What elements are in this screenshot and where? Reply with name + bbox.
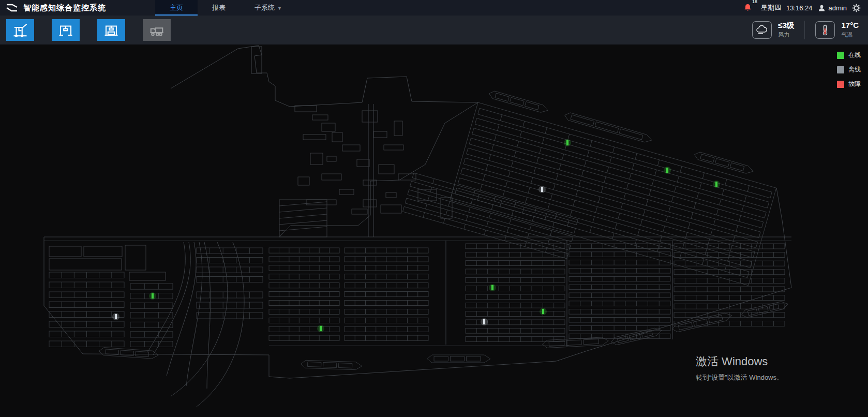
wind-cloud-icon [752, 21, 772, 39]
main-nav: 主页 报表 子系统 ▼ [155, 0, 296, 16]
online-swatch [837, 52, 844, 59]
equipment-button-quay-crane[interactable] [6, 19, 34, 41]
legend-item-online: 在线 [837, 51, 861, 59]
port-map-area: 在线 离线 故障 激活 Windows 转到“设置”以激活 Windows。 [0, 44, 868, 417]
ship [671, 311, 732, 333]
tab-subsystem-label: 子系统 [255, 3, 275, 12]
device-marker-online[interactable] [317, 325, 324, 332]
topbar-right: 18 星期四 13:16:24 admin [744, 3, 868, 13]
tab-home[interactable]: 主页 [155, 0, 198, 16]
app-logo-icon [5, 3, 19, 13]
tab-reports-label: 报表 [212, 3, 226, 12]
wind-label: 风力 [778, 31, 795, 39]
container-yards [49, 244, 785, 347]
temperature-label: 气温 [841, 31, 859, 39]
equipment-button-container-truck[interactable] [143, 19, 171, 41]
online-label: 在线 [848, 51, 861, 59]
wharf-berths-inner [403, 173, 578, 259]
device-marker-offline[interactable] [538, 186, 546, 193]
chevron-down-icon: ▼ [277, 6, 282, 11]
ship [301, 360, 362, 370]
clock: 13:16:24 [786, 4, 813, 12]
offline-swatch [837, 66, 844, 73]
topbar: 智能感知综合监控系统 主页 报表 子系统 ▼ 18 星期四 [0, 0, 868, 16]
ship [564, 111, 653, 144]
thermometer-icon [815, 21, 835, 39]
device-marker-online[interactable] [149, 292, 156, 300]
wharf-berths [450, 87, 781, 286]
user-menu[interactable]: admin [818, 4, 847, 12]
stockpile-hatch [279, 200, 327, 237]
ship [427, 355, 490, 363]
device-marker-online[interactable] [540, 308, 547, 315]
gantry-crane-icon [57, 22, 74, 38]
port-map[interactable] [0, 44, 868, 417]
ships-south [99, 300, 789, 370]
quay-crane-icon [11, 22, 29, 38]
device-marker-offline[interactable] [112, 313, 119, 320]
notification-count: 18 [752, 0, 757, 4]
weekday-label: 星期四 [761, 3, 781, 12]
equipment-button-gantry-crane[interactable] [52, 19, 80, 41]
rail-crane-icon [102, 22, 120, 38]
device-marker-online[interactable] [489, 284, 496, 291]
tab-subsystem[interactable]: 子系统 ▼ [240, 0, 296, 16]
divider [804, 21, 805, 39]
legend-item-fault: 故障 [837, 80, 861, 88]
buildings [49, 106, 452, 280]
app-title: 智能感知综合监控系统 [23, 3, 106, 13]
device-marker-online[interactable] [564, 139, 571, 146]
user-icon [818, 4, 826, 12]
ships-north [487, 90, 755, 175]
ship [693, 151, 754, 175]
offline-label: 离线 [848, 65, 861, 74]
settings-gear-icon[interactable] [852, 4, 861, 12]
username: admin [829, 4, 847, 12]
temperature-readout: 17°C 气温 [841, 21, 859, 39]
status-legend: 在线 离线 故障 [837, 51, 861, 88]
container-truck-icon [148, 22, 166, 38]
wind-value: ≤3级 [778, 21, 795, 30]
legend-item-offline: 离线 [837, 65, 861, 74]
weather-panel: ≤3级 风力 17°C 气温 [752, 21, 863, 39]
app-root: 智能感知综合监控系统 主页 报表 子系统 ▼ 18 星期四 [0, 0, 868, 417]
tab-reports[interactable]: 报表 [198, 0, 240, 16]
notification-bell-icon[interactable]: 18 [744, 3, 752, 13]
device-marker-offline[interactable] [481, 318, 488, 325]
brand: 智能感知综合监控系统 [0, 3, 106, 13]
temperature-value: 17°C [841, 21, 859, 30]
ship [741, 300, 789, 318]
equipment-filter-group [5, 19, 171, 41]
fault-swatch [837, 81, 844, 88]
device-marker-online[interactable] [713, 181, 720, 188]
device-marker-online[interactable] [664, 167, 671, 174]
equipment-toolbar: ≤3级 风力 17°C 气温 [0, 16, 868, 44]
fault-label: 故障 [848, 80, 861, 88]
equipment-button-rail-crane[interactable] [97, 19, 125, 41]
tab-home-label: 主页 [170, 3, 183, 12]
wind-readout: ≤3级 风力 [778, 21, 795, 39]
ship [488, 90, 549, 114]
